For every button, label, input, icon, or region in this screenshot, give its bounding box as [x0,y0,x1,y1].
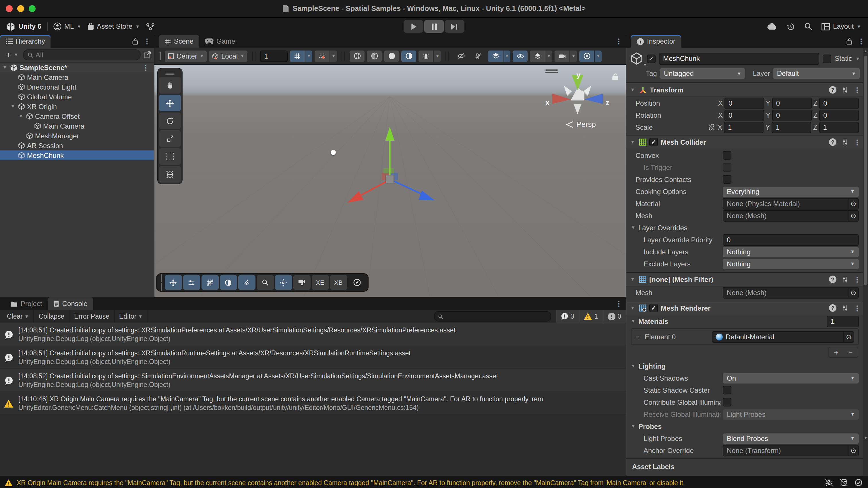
hierarchy-item-meshchunk[interactable]: MeshChunk [0,150,154,160]
kebab-menu-icon[interactable]: ⋮ [143,63,149,71]
perspective-label[interactable]: Persp [565,120,596,129]
help-icon[interactable]: ? [829,304,836,312]
warning-count-badge[interactable]: 1 [579,310,602,323]
hierarchy-item-camera-offset[interactable]: ▼Camera Offset [0,111,154,121]
tag-dropdown[interactable]: Untagged▼ [660,68,745,79]
clear-button[interactable]: Clear▼ [2,310,34,323]
rotation-y-field[interactable]: 0 [772,110,812,121]
scrollbar-thumb[interactable] [864,56,867,285]
foldout-icon[interactable]: ▼ [629,87,636,92]
rotation-x-field[interactable]: 0 [724,110,764,121]
remove-material-button[interactable]: − [843,347,858,357]
gizmos-button[interactable] [579,50,594,62]
move-gizmo[interactable] [327,120,447,220]
console-search-input[interactable] [434,311,551,322]
component-enabled-checkbox[interactable] [649,138,658,146]
settings-sliders-button[interactable] [183,275,200,290]
tool-handle-pivot-dropdown[interactable]: Center ▼ [164,50,207,62]
add-material-button[interactable]: ＋ [829,347,843,357]
hierarchy-item-meshmanager[interactable]: MeshManager [0,131,154,141]
position-z-field[interactable]: 0 [819,97,859,109]
material-element-row[interactable]: = Element 0 Default-Material ⊙ [633,331,857,343]
help-icon[interactable]: ? [829,139,836,146]
orientation-gizmo[interactable]: y x z [542,71,611,123]
unity-version-button[interactable]: Unity 6 [6,22,41,31]
mesh-renderer-header[interactable]: ▼ Mesh Renderer ? ⋮ [626,301,863,315]
minimize-window-button[interactable] [17,5,24,12]
cooking-options-dropdown[interactable]: Everything▼ [723,186,859,196]
static-flags-dropdown[interactable]: ▼ [856,56,860,61]
constrain-proportions-icon[interactable] [708,123,715,131]
scene-visibility-eye-button[interactable] [513,50,528,62]
rect-tool-button[interactable] [159,148,181,165]
toolbar-drag-handle[interactable] [160,52,160,60]
object-picker-icon[interactable]: ⊙ [848,287,858,298]
gameobject-name-field[interactable]: MeshChunk [659,53,819,65]
inspector-scrollbar[interactable]: ▲ ▼ [863,48,868,477]
kebab-menu-icon[interactable]: ⋮ [854,304,861,312]
compass-button[interactable] [348,275,365,290]
materials-foldout[interactable]: ▼Materials 1 [626,315,863,327]
hidden-gameobjects-button[interactable] [454,50,468,62]
exclude-layers-dropdown[interactable]: Nothing▼ [723,258,859,269]
kebab-menu-icon[interactable]: ⋮ [854,86,861,94]
grid-off-button[interactable] [201,275,218,290]
include-layers-dropdown[interactable]: Nothing▼ [723,247,859,257]
kebab-menu-icon[interactable]: ⋮ [854,138,861,146]
scale-x-field[interactable]: 1 [724,121,764,133]
hierarchy-item-main-camera[interactable]: Main Camera [0,72,154,82]
cast-shadows-dropdown[interactable]: On▼ [723,373,859,383]
anchor-override-object-field[interactable]: None (Transform)⊙ [723,445,859,456]
tab-console[interactable]: Console [48,297,93,310]
physics-material-object-field[interactable]: None (Physics Material)⊙ [723,198,859,209]
asset-store-dropdown[interactable]: Asset Store ▼ [87,22,140,30]
active-checkbox[interactable] [647,54,656,63]
center-pivot-overlay-button[interactable] [275,275,292,290]
provides-contacts-checkbox[interactable] [723,175,732,184]
camera-overlay-button[interactable] [293,275,310,290]
expander-icon[interactable]: ▼ [10,104,16,109]
filter-mesh-object-field[interactable]: None (Mesh)⊙ [723,287,859,298]
rotate-tool-button[interactable] [159,113,181,129]
hierarchy-item-main-camera[interactable]: Main Camera [0,121,154,131]
scale-y-field[interactable]: 1 [772,121,811,133]
drag-handle-icon[interactable]: = [636,333,640,341]
scene-picking-button[interactable] [471,50,486,62]
scroll-down-icon[interactable]: ▼ [863,436,868,440]
tool-handle-rotation-dropdown[interactable]: Local ▼ [209,50,247,62]
overlay-drag-handle[interactable] [161,274,162,291]
cloud-services-icon[interactable] [767,23,777,30]
component-enabled-checkbox[interactable] [649,304,658,312]
xe-button[interactable]: XE [311,275,329,290]
lock-icon[interactable] [846,38,852,45]
step-button[interactable] [445,20,464,33]
popout-icon[interactable] [144,51,151,59]
kebab-menu-icon[interactable]: ⋮ [858,37,865,45]
tab-inspector[interactable]: Inspector [631,35,681,48]
zoom-overlay-button[interactable] [256,275,274,290]
lock-icon[interactable] [132,38,138,45]
check-circle-icon[interactable] [855,479,862,486]
console-message[interactable]: [14:08:51] Created initial copy of setti… [0,346,626,369]
sc ale-z-field[interactable]: 1 [819,121,859,133]
chevron-down-icon[interactable]: ▼ [305,50,312,62]
debugger-disabled-icon[interactable] [825,479,833,486]
hierarchy-search-input[interactable]: All [23,50,141,60]
search-icon[interactable] [804,22,812,30]
scene-debug-bug-button[interactable] [418,50,433,62]
foldout-icon[interactable]: ▼ [629,277,636,282]
light-probes-dropdown[interactable]: Blend Probes▼ [723,433,859,444]
chevron-down-icon[interactable]: ▼ [546,50,552,62]
hierarchy-item-samplescene-[interactable]: ▼SampleScene*⋮ [0,63,154,72]
layer-override-priority-field[interactable]: 0 [723,234,859,245]
scene-viewport[interactable]: y x z Persp XE XB [154,65,626,297]
foldout-icon[interactable]: ▼ [629,140,636,145]
move-overlay-button[interactable] [164,275,182,290]
object-picker-icon[interactable]: ⊙ [848,445,858,456]
status-bar[interactable]: XR Origin Main Camera requires the "Main… [0,477,868,488]
preset-icon[interactable] [842,86,848,93]
scene-overlay-layers-button[interactable] [488,50,503,62]
scene-effects-button[interactable] [401,50,416,62]
tab-game[interactable]: Game [199,35,241,48]
tab-hierarchy[interactable]: Hierarchy [0,35,51,48]
